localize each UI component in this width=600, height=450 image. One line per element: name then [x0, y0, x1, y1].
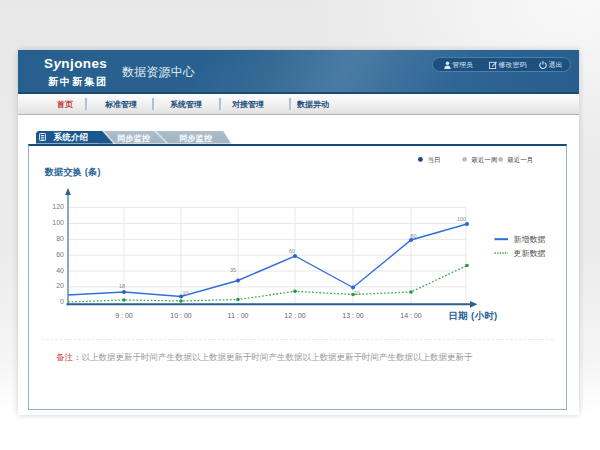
svg-text:数据交换 (条): 数据交换 (条) [44, 167, 101, 177]
svg-text:100: 100 [52, 219, 64, 226]
svg-text:9 : 00: 9 : 00 [115, 312, 133, 319]
svg-text:10: 10 [353, 290, 359, 296]
svg-text:11 : 00: 11 : 00 [228, 312, 249, 319]
svg-text:18: 18 [119, 283, 125, 289]
svg-text:12 : 00: 12 : 00 [284, 312, 306, 319]
svg-text:当日: 当日 [428, 156, 441, 163]
svg-text:最近一周: 最近一周 [471, 156, 497, 163]
svg-text:更新数据: 更新数据 [514, 249, 546, 258]
svg-text:13 : 00: 13 : 00 [342, 312, 364, 319]
svg-text:40: 40 [56, 267, 64, 274]
svg-text:14 : 00: 14 : 00 [400, 312, 422, 319]
svg-text:60: 60 [56, 251, 64, 258]
svg-text:最近一月: 最近一月 [507, 156, 533, 164]
svg-text:新增数据: 新增数据 [514, 235, 546, 244]
svg-text:120: 120 [52, 203, 64, 210]
svg-text:60: 60 [289, 248, 295, 254]
svg-text:日期 (小时): 日期 (小时) [449, 310, 498, 321]
svg-text:10 : 00: 10 : 00 [170, 312, 192, 319]
svg-text:80: 80 [56, 235, 64, 242]
svg-text:100: 100 [457, 216, 466, 222]
svg-text:80: 80 [410, 233, 416, 239]
svg-text:10: 10 [182, 290, 188, 296]
svg-text:0: 0 [60, 298, 64, 305]
svg-text:35: 35 [230, 267, 236, 273]
svg-text:20: 20 [56, 282, 64, 289]
